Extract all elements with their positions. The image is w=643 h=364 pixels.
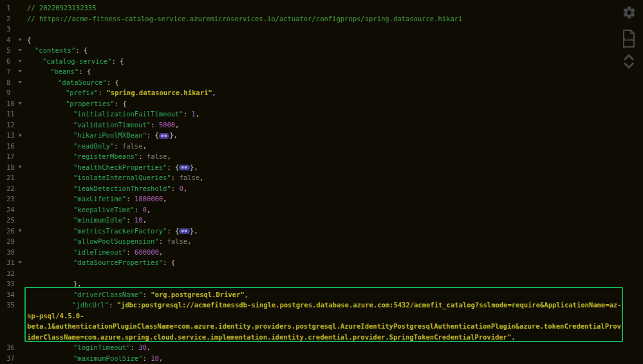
code-content: "isolateInternalQueries": false, xyxy=(27,172,643,183)
fold-down-icon[interactable] xyxy=(18,102,22,105)
code-line: 35"jdbcUrl": "jdbc:postgresql://acmefitn… xyxy=(0,300,643,342)
line-number: 25 xyxy=(6,215,15,226)
code-content: "dataSource": { xyxy=(27,77,643,88)
json-punct: : xyxy=(98,89,107,96)
fold-right-icon[interactable] xyxy=(19,133,22,137)
json-key: "isolateInternalQueries" xyxy=(73,174,171,181)
collapsed-object-pill[interactable]: ●● xyxy=(179,228,189,234)
fold-down-icon[interactable] xyxy=(18,70,22,73)
line-number: 23 xyxy=(6,194,15,205)
line-number: 34 xyxy=(6,289,15,300)
json-str: "spring.datasource.hikari" xyxy=(106,89,212,96)
code-content: "idleTimeout": 600000, xyxy=(27,247,643,258)
code-content: // https://acme-fitness-catalog-service.… xyxy=(27,14,643,24)
json-num: 10 xyxy=(135,216,143,224)
json-key: "driverClassName" xyxy=(73,291,142,298)
json-key: "leakDetectionThreshold" xyxy=(73,185,171,192)
code-content: "contexts": { xyxy=(27,45,643,56)
json-key: "hikariPoolMXBean" xyxy=(73,131,147,139)
json-num: 1800000 xyxy=(135,195,163,203)
json-num: 5000 xyxy=(159,121,175,129)
json-punct: : xyxy=(159,237,167,245)
fold-right-icon[interactable] xyxy=(19,165,22,168)
json-key: "catalog-service" xyxy=(42,57,111,65)
collapsed-object-pill[interactable]: ●● xyxy=(159,133,169,139)
json-key: "properties" xyxy=(66,100,115,107)
json-punct: : { xyxy=(167,227,179,235)
json-punct: : xyxy=(183,110,192,118)
code-content: "keepaliveTime": 0, xyxy=(27,205,643,215)
line-number: 26 xyxy=(6,226,15,237)
line-number: 37 xyxy=(6,353,15,364)
code-content: "initializationFailTimeout": 1, xyxy=(27,109,643,120)
code-line: 4{ xyxy=(0,35,643,46)
json-punct: , xyxy=(200,174,203,181)
code-content: "metricsTrackerFactory": {●●}, xyxy=(27,226,643,237)
viewer-toolbar: RAW xyxy=(619,5,639,69)
code-content: { xyxy=(27,35,643,46)
json-key: "validationTimeout" xyxy=(73,121,151,129)
code-content: "prefix": "spring.datasource.hikari", xyxy=(27,87,643,98)
raw-document-icon[interactable]: RAW xyxy=(622,29,636,48)
json-punct: , xyxy=(187,237,191,245)
line-number: 18 xyxy=(6,162,15,173)
json-punct: : { xyxy=(147,131,159,139)
code-content: "registerMbeans": false, xyxy=(27,151,643,162)
json-key: "allowPoolSuspension" xyxy=(73,237,159,245)
line-number: 10 xyxy=(6,98,15,109)
json-punct: : xyxy=(171,174,180,181)
line-number: 31 xyxy=(6,257,15,268)
json-key: "beans" xyxy=(50,68,79,75)
json-punct: , xyxy=(196,110,200,118)
code-line: 6"catalog-service": { xyxy=(0,56,643,67)
code-content: "healthCheckProperties": {●●}, xyxy=(27,162,643,173)
code-content: "catalog-service": { xyxy=(27,56,643,67)
code-content: "properties": { xyxy=(27,98,643,109)
json-bool: false xyxy=(147,152,167,160)
code-line: 37"maximumPoolSize": 10, xyxy=(0,353,643,364)
fold-down-icon[interactable] xyxy=(18,81,22,84)
fold-down-icon[interactable] xyxy=(18,39,22,41)
json-key: "maximumPoolSize" xyxy=(73,354,142,362)
code-content: "maximumPoolSize": 10, xyxy=(27,353,643,364)
json-punct: : { xyxy=(163,259,175,266)
comment-text: // 20220923132335 xyxy=(27,4,96,12)
fold-down-icon[interactable] xyxy=(18,49,22,51)
line-number: 11 xyxy=(6,109,15,120)
line-number: 36 xyxy=(6,342,15,353)
code-line: 31"dataSourceProperties": { xyxy=(0,257,643,268)
json-punct: : xyxy=(109,301,117,309)
line-number: 24 xyxy=(6,205,15,215)
json-key: "keepaliveTime" xyxy=(73,206,135,214)
json-key: "registerMbeans" xyxy=(73,152,138,160)
line-number: 8 xyxy=(6,77,10,88)
chevron-up-icon[interactable] xyxy=(622,54,635,61)
json-punct: , xyxy=(511,333,515,341)
chevron-down-icon[interactable] xyxy=(622,62,635,69)
code-content: "jdbcUrl": "jdbc:postgresql://acmefitnes… xyxy=(27,300,622,342)
code-line: 30"idleTimeout": 600000, xyxy=(0,247,643,258)
code-content: "leakDetectionThreshold": 0, xyxy=(27,183,643,194)
fold-down-icon[interactable] xyxy=(18,261,22,264)
code-content: "readOnly": false, xyxy=(27,141,643,152)
code-line: 16"readOnly": false, xyxy=(0,141,643,152)
json-num: 10 xyxy=(151,354,159,362)
raw-label: RAW xyxy=(624,37,634,42)
line-number: 21 xyxy=(6,172,15,183)
code-line: 1// 20220923132335 xyxy=(0,3,643,14)
json-key: "idleTimeout" xyxy=(73,248,126,256)
code-line: 8"dataSource": { xyxy=(0,77,643,88)
settings-gear-icon[interactable] xyxy=(622,5,637,20)
code-area: 1// 202209231323352// https://acme-fitne… xyxy=(0,0,643,363)
code-content: "validationTimeout": 5000, xyxy=(27,120,643,131)
json-punct: : { xyxy=(75,46,88,54)
code-line: 3 xyxy=(0,24,643,35)
collapsed-object-pill[interactable]: ●● xyxy=(179,165,189,170)
json-bool: false xyxy=(122,142,143,150)
fold-right-icon[interactable] xyxy=(19,228,22,232)
code-content: "hikariPoolMXBean": {●●}, xyxy=(27,130,643,141)
line-number: 6 xyxy=(6,56,10,67)
fold-down-icon[interactable] xyxy=(18,60,22,62)
json-punct: , xyxy=(147,343,151,351)
json-key: "initializationFailTimeout" xyxy=(73,110,183,118)
